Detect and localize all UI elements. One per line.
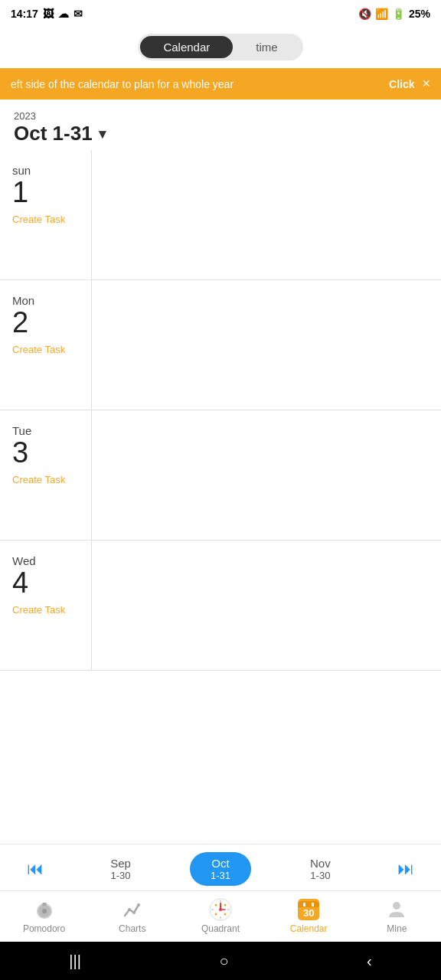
battery-icon: 🔋 (392, 8, 405, 20)
sep-range: 1-30 (111, 870, 131, 881)
top-tabs: Calendar time (0, 28, 441, 68)
day-number-3: 4 (12, 567, 28, 599)
day-name-2: Tue (12, 424, 31, 437)
day-content-3 (92, 541, 441, 670)
month-pill-nov[interactable]: Nov 1-30 (289, 852, 351, 886)
day-content-1 (92, 280, 441, 410)
day-name-0: sun (12, 164, 31, 177)
day-label-sun: sun 1 Create Task (0, 150, 92, 279)
month-range[interactable]: Oct 1-31 ▾ (14, 122, 427, 145)
calendar-nav-icon: 30 (296, 897, 321, 922)
banner-click[interactable]: Click (389, 78, 414, 90)
calendar-label: Calendar (290, 923, 328, 934)
day-row: sun 1 Create Task (0, 150, 441, 280)
day-label-wed: Wed 4 Create Task (0, 541, 92, 670)
photo-icon: 🖼 (43, 8, 54, 20)
charts-label: Charts (119, 923, 145, 934)
sep-name: Sep (110, 857, 131, 870)
system-nav: ||| ○ ‹ (0, 942, 441, 980)
calendar-area: sun 1 Create Task Mon 2 Create Task Tue … (0, 150, 441, 844)
svg-point-20 (393, 902, 400, 910)
month-header: 2023 Oct 1-31 ▾ (0, 100, 441, 150)
mail-icon: ✉ (74, 8, 83, 20)
svg-point-17 (224, 904, 226, 906)
svg-point-5 (132, 911, 136, 914)
nav-item-quadrant[interactable]: Quadrant (198, 897, 243, 934)
day-number-0: 1 (12, 177, 28, 209)
day-row: Mon 2 Create Task (0, 280, 441, 410)
day-content-0 (92, 150, 441, 279)
tab-calendar[interactable]: Calendar (140, 36, 233, 58)
mute-icon: 🔇 (358, 8, 371, 20)
day-label-tue: Tue 3 Create Task (0, 410, 92, 540)
status-bar: 14:17 🖼 ☁ ✉ 🔇 📶 🔋 25% (0, 0, 441, 28)
quadrant-icon (208, 897, 233, 922)
tab-time[interactable]: time (233, 36, 300, 58)
status-right: 🔇 📶 🔋 25% (358, 8, 430, 20)
pomodoro-icon (32, 897, 57, 922)
day-row: Tue 3 Create Task (0, 410, 441, 541)
svg-point-15 (219, 908, 222, 911)
next-arrow-icon[interactable]: ⏭ (390, 859, 422, 879)
create-task-1[interactable]: Create Task (12, 344, 65, 355)
month-pill-oct[interactable]: Oct 1-31 (190, 852, 251, 886)
create-task-2[interactable]: Create Task (12, 474, 65, 485)
svg-point-16 (214, 904, 217, 906)
wifi-icon: 📶 (375, 8, 388, 20)
create-task-3[interactable]: Create Task (12, 604, 65, 616)
signal-icon: ☁ (58, 8, 69, 20)
nav-item-charts[interactable]: Charts (109, 897, 155, 934)
oct-name: Oct (211, 857, 229, 870)
chevron-down-icon[interactable]: ▾ (99, 126, 106, 142)
nov-range: 1-30 (310, 870, 330, 881)
nav-item-calendar[interactable]: 30 Calendar (286, 897, 332, 934)
day-name-1: Mon (12, 294, 34, 307)
month-year: 2023 (14, 110, 427, 122)
day-name-3: Wed (12, 554, 36, 567)
oct-range: 1-31 (211, 870, 230, 881)
status-time: 14:17 (11, 8, 38, 20)
menu-button[interactable]: ||| (69, 952, 81, 970)
banner: eft side of the calendar to plan for a w… (0, 68, 441, 100)
nav-item-mine[interactable]: Mine (374, 897, 420, 934)
month-range-label: Oct 1-31 (14, 122, 93, 145)
quadrant-label: Quadrant (201, 923, 240, 934)
person-icon (384, 897, 409, 922)
day-number-1: 2 (12, 307, 28, 339)
month-nav: ⏮ Sep 1-30 Oct 1-31 Nov 1-30 ⏭ (0, 844, 441, 890)
prev-arrow-icon[interactable]: ⏮ (19, 859, 51, 879)
back-button[interactable]: ‹ (367, 952, 372, 970)
svg-rect-2 (42, 903, 47, 906)
banner-close-button[interactable]: × (422, 76, 430, 92)
svg-point-3 (42, 909, 47, 913)
nov-name: Nov (310, 857, 331, 870)
battery-level: 25% (409, 8, 430, 20)
svg-point-4 (128, 908, 131, 911)
day-number-2: 3 (12, 437, 28, 469)
day-row: Wed 4 Create Task (0, 541, 441, 671)
bottom-nav: Pomodoro Charts (0, 890, 441, 942)
month-pill-sep[interactable]: Sep 1-30 (90, 852, 152, 886)
create-task-0[interactable]: Create Task (12, 214, 65, 225)
mine-label: Mine (387, 923, 407, 934)
svg-point-6 (137, 903, 140, 906)
svg-point-19 (224, 913, 226, 916)
day-label-mon: Mon 2 Create Task (0, 280, 92, 410)
home-button[interactable]: ○ (219, 952, 228, 970)
banner-text: eft side of the calendar to plan for a w… (11, 78, 383, 90)
nav-item-pomodoro[interactable]: Pomodoro (21, 897, 67, 934)
status-left: 14:17 🖼 ☁ ✉ (11, 8, 83, 20)
pomodoro-label: Pomodoro (23, 923, 65, 934)
svg-point-18 (214, 913, 217, 916)
day-content-2 (92, 410, 441, 540)
charts-icon (120, 897, 145, 922)
